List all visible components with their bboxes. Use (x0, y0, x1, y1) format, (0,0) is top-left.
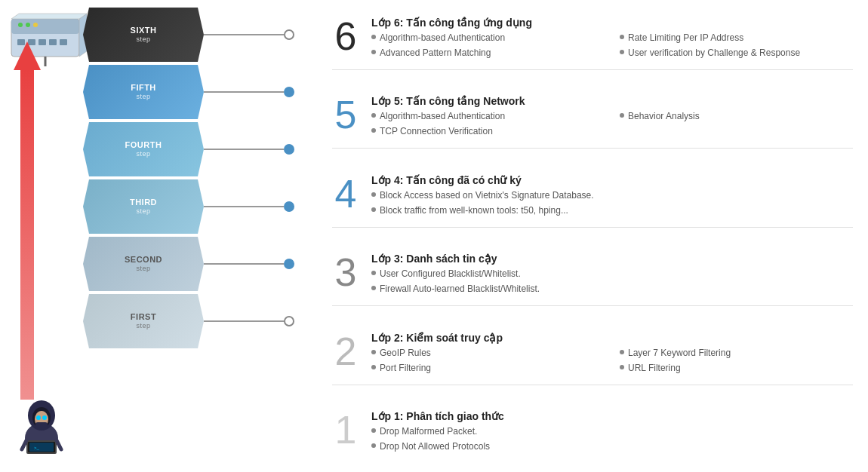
bullet-dot (371, 350, 376, 354)
bullet-col-2-2: Layer 7 Keyword Filtering URL Filtering (620, 347, 853, 377)
main-container: SIXTHstep FIFTHstep (0, 0, 868, 472)
second-box: SECONDstep (83, 237, 204, 291)
number-3: 3 (332, 253, 359, 292)
bullet-dot (620, 365, 624, 369)
conn-line-sixth (204, 34, 284, 35)
bullet-item: Advanced Pattern Matching (371, 47, 605, 60)
bullet-col-4-1: Block Access based on Vietnix's Signatur… (371, 189, 853, 219)
content-4: Lớp 4: Tấn công đã có chữ ký Block Acces… (371, 174, 853, 219)
bullet-item: User Configured Blacklist/Whitelist. (371, 268, 853, 280)
bullet-item: Port Filtering (371, 362, 605, 375)
bullet-item: Block traffic from well-known tools: t50… (371, 204, 853, 217)
bullet-item: Behavior Analysis (620, 110, 853, 123)
bullets-6: Algorithm-based Authentication Advanced … (371, 32, 853, 62)
section-5: 5 Lớp 5: Tấn công tầng Network Algorithm… (332, 87, 853, 149)
number-4: 4 (332, 174, 359, 213)
bullet-col-6-1: Algorithm-based Authentication Advanced … (371, 32, 605, 62)
connector-third (204, 201, 294, 212)
svg-point-20 (42, 415, 47, 420)
bullet-item: Algorithm-based Authentication (371, 110, 605, 123)
bullet-dot (620, 50, 624, 54)
bullet-col-5-2: Behavior Analysis (620, 110, 853, 140)
svg-point-8 (26, 23, 30, 27)
bullet-item: GeoIP Rules (371, 347, 605, 360)
hacker-figure: >_ (11, 389, 72, 457)
bullet-col-2-1: GeoIP Rules Port Filtering (371, 347, 605, 377)
section-3: 3 Lớp 3: Danh sách tin cậy User Configur… (332, 245, 853, 306)
sixth-label: SIXTHstep (131, 26, 157, 44)
title-3: Lớp 3: Danh sách tin cậy (371, 253, 853, 265)
connector-second (204, 259, 294, 269)
first-label: FIRSTstep (131, 312, 156, 330)
title-1: Lớp 1: Phân tích giao thức (371, 410, 853, 422)
bullet-item: TCP Connection Verification (371, 125, 605, 138)
bullet-dot (371, 35, 376, 39)
bullet-dot (371, 365, 376, 369)
svg-line-26 (22, 440, 26, 449)
bullets-4: Block Access based on Vietnix's Signatur… (371, 189, 853, 219)
layer-second: SECONDstep (83, 237, 294, 291)
conn-circle-fifth (284, 87, 294, 97)
section-2: 2 Lớp 2: Kiểm soát truy cập GeoIP Rules … (332, 324, 853, 385)
bullet-item: Rate Limiting Per IP Address (620, 32, 853, 44)
layer-first: FIRSTstep (83, 294, 294, 348)
svg-rect-6 (60, 39, 67, 45)
conn-circle-third (284, 201, 294, 212)
third-box: THIRDstep (83, 179, 204, 234)
connector-fifth (204, 87, 294, 97)
second-label: SECONDstep (125, 255, 162, 273)
layer-fifth: FIFTHstep (83, 65, 294, 119)
bullet-dot (371, 286, 376, 290)
bullet-col-1-1: Drop Malformed Packet. Drop Not Allowed … (371, 425, 853, 455)
number-5: 5 (332, 95, 359, 134)
bullets-5: Algorithm-based Authentication TCP Conne… (371, 110, 853, 140)
fourth-label: FOURTHstep (125, 140, 162, 158)
conn-circle-sixth (284, 29, 294, 40)
first-box: FIRSTstep (83, 294, 204, 348)
red-arrow (14, 41, 41, 403)
bullet-dot (371, 113, 376, 118)
svg-point-19 (36, 415, 41, 420)
bullet-dot (371, 192, 376, 197)
content-1: Lớp 1: Phân tích giao thức Drop Malforme… (371, 410, 853, 455)
bullet-item: Layer 7 Keyword Filtering (620, 347, 853, 360)
title-6: Lớp 6: Tấn công tầng ứng dụng (371, 17, 853, 29)
bullet-item: Block Access based on Vietnix's Signatur… (371, 189, 853, 202)
connector-fourth (204, 144, 294, 155)
bullet-dot (371, 50, 376, 54)
fifth-label: FIFTHstep (131, 83, 156, 101)
bullet-dot (620, 35, 624, 39)
bullet-item: Algorithm-based Authentication (371, 32, 605, 44)
bullet-dot (371, 207, 376, 212)
conn-line-fourth (204, 149, 284, 150)
svg-text:>_: >_ (34, 446, 40, 450)
conn-circle-first (284, 316, 294, 326)
bullet-dot (620, 113, 624, 118)
title-4: Lớp 4: Tấn công đã có chữ ký (371, 174, 853, 186)
bullet-col-6-2: Rate Limiting Per IP Address User verifi… (620, 32, 853, 62)
steps-area: SIXTHstep FIFTHstep (83, 8, 294, 351)
bullet-col-5-1: Algorithm-based Authentication TCP Conne… (371, 110, 605, 140)
bullet-dot (371, 443, 376, 448)
conn-line-second (204, 263, 284, 265)
conn-line-first (204, 320, 284, 322)
number-6: 6 (332, 17, 359, 56)
connector-sixth (204, 29, 294, 40)
title-2: Lớp 2: Kiểm soát truy cập (371, 332, 853, 344)
layer-fourth: FOURTHstep (83, 122, 294, 176)
bullet-item: Drop Not Allowed Protocols (371, 440, 853, 453)
layer-sixth: SIXTHstep (83, 8, 294, 62)
fifth-box: FIFTHstep (83, 65, 204, 119)
bullet-dot (620, 350, 624, 354)
number-1: 1 (332, 410, 359, 449)
svg-rect-21 (35, 422, 48, 428)
svg-rect-5 (49, 39, 57, 45)
conn-line-fifth (204, 91, 284, 93)
content-2: Lớp 2: Kiểm soát truy cập GeoIP Rules Po… (371, 332, 853, 377)
left-panel: SIXTHstep FIFTHstep (0, 0, 317, 472)
bullet-item: URL Filtering (620, 362, 853, 375)
svg-marker-12 (11, 14, 87, 19)
fourth-box: FOURTHstep (83, 122, 204, 176)
svg-rect-13 (20, 68, 34, 400)
conn-circle-fourth (284, 144, 294, 155)
